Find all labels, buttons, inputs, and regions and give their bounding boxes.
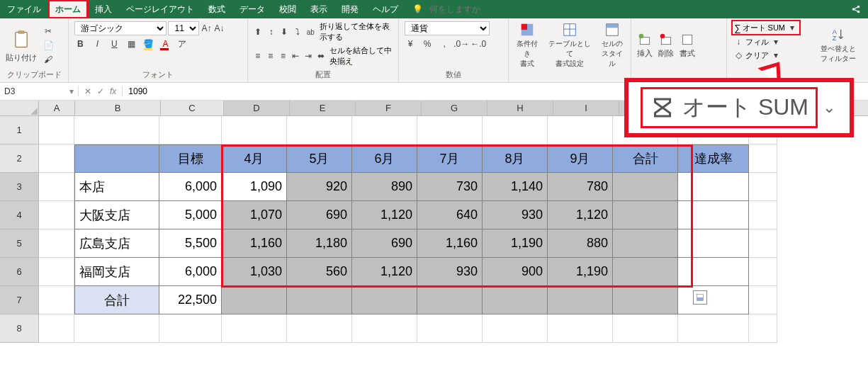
- hdr-rate[interactable]: 達成率: [678, 144, 749, 173]
- total-goal[interactable]: 22,500: [159, 286, 222, 314]
- col-header-D[interactable]: D: [224, 101, 290, 115]
- cell-data[interactable]: 880: [548, 229, 613, 258]
- col-header-B[interactable]: B: [75, 101, 161, 115]
- cell-B8[interactable]: [74, 314, 159, 343]
- cell-goal[interactable]: 6,000: [159, 258, 222, 286]
- hdr-month[interactable]: 4月: [222, 144, 287, 173]
- tab-page-layout[interactable]: ページレイアウト: [119, 0, 201, 18]
- cell-total-rate[interactable]: [678, 286, 749, 314]
- row-name[interactable]: 本店: [74, 173, 159, 201]
- cell-total-month[interactable]: [548, 286, 613, 314]
- cell-data[interactable]: 780: [548, 173, 613, 201]
- cell-data[interactable]: 1,030: [222, 258, 287, 286]
- cell-A2[interactable]: [39, 144, 74, 173]
- cell-data[interactable]: 1,120: [352, 201, 417, 229]
- cell-A7[interactable]: [39, 286, 74, 314]
- tab-developer[interactable]: 開発: [334, 0, 366, 18]
- tab-review[interactable]: 校閲: [272, 0, 303, 18]
- cell-data[interactable]: 1,180: [287, 229, 352, 258]
- cell-B2[interactable]: [74, 144, 159, 173]
- cell-data[interactable]: 890: [352, 173, 417, 201]
- hdr-month[interactable]: 5月: [287, 144, 352, 173]
- col-header-C[interactable]: C: [161, 101, 224, 115]
- cell-data[interactable]: 560: [287, 258, 352, 286]
- cell-C1[interactable]: [159, 116, 222, 144]
- fill-color-button[interactable]: 🪣: [142, 38, 154, 50]
- wrap-text-button[interactable]: ab: [306, 26, 315, 38]
- font-color-button[interactable]: A: [159, 38, 171, 50]
- merge-cells-button[interactable]: ⬌: [317, 50, 325, 62]
- tab-file[interactable]: ファイル: [0, 0, 48, 18]
- tab-formulas[interactable]: 数式: [201, 0, 232, 18]
- align-left-button[interactable]: ≡: [254, 50, 262, 62]
- cell-H8[interactable]: [483, 314, 548, 343]
- tab-help[interactable]: ヘルプ: [366, 0, 405, 18]
- row-header-2[interactable]: 2: [0, 144, 39, 173]
- row-name[interactable]: 福岡支店: [74, 258, 159, 286]
- cell-data[interactable]: 930: [417, 258, 483, 286]
- cell-data[interactable]: 900: [483, 258, 548, 286]
- cell-A5[interactable]: [39, 229, 74, 258]
- formula-input[interactable]: 1090: [123, 86, 153, 96]
- row-header-1[interactable]: 1: [0, 116, 39, 144]
- row-name[interactable]: 広島支店: [74, 229, 159, 258]
- cell-data[interactable]: 1,070: [222, 201, 287, 229]
- tab-view[interactable]: 表示: [303, 0, 334, 18]
- cell-J8[interactable]: [613, 314, 678, 343]
- row-name[interactable]: 大阪支店: [74, 201, 159, 229]
- decrease-decimal-button[interactable]: ←.0: [473, 38, 484, 50]
- increase-indent-button[interactable]: ⇥: [304, 50, 312, 62]
- cell-data[interactable]: 690: [352, 229, 417, 258]
- cell-total[interactable]: [613, 258, 678, 286]
- col-header-H[interactable]: H: [487, 101, 553, 115]
- tab-insert[interactable]: 挿入: [88, 0, 119, 18]
- hdr-total[interactable]: 合計: [613, 144, 678, 173]
- bold-button[interactable]: B: [74, 38, 86, 50]
- cell-E8[interactable]: [287, 314, 352, 343]
- cell-total[interactable]: [613, 173, 678, 201]
- share-button[interactable]: [844, 4, 868, 14]
- decrease-font-button[interactable]: A↓: [213, 23, 225, 34]
- tab-data[interactable]: データ: [232, 0, 272, 18]
- cell-total-month[interactable]: [222, 286, 287, 314]
- orientation-button[interactable]: ⤵: [293, 26, 303, 38]
- cell-data[interactable]: 1,160: [222, 229, 287, 258]
- insert-cells-button[interactable]: 挿入: [637, 33, 653, 59]
- hdr-goal[interactable]: 目標: [159, 144, 222, 173]
- cell-total-month[interactable]: [483, 286, 548, 314]
- decrease-indent-button[interactable]: ⇤: [291, 50, 300, 62]
- cut-button[interactable]: ✂: [43, 25, 54, 37]
- cell-data[interactable]: 730: [417, 173, 483, 201]
- font-size-select[interactable]: 11: [168, 21, 199, 35]
- cell-D8[interactable]: [222, 314, 287, 343]
- row-header-6[interactable]: 6: [0, 258, 39, 286]
- align-center-button[interactable]: ≡: [266, 50, 275, 62]
- italic-button[interactable]: I: [91, 38, 103, 50]
- cell-H1[interactable]: [483, 116, 548, 144]
- align-bottom-button[interactable]: ⬇: [280, 26, 289, 38]
- cell-total-month[interactable]: [287, 286, 352, 314]
- tell-me-input[interactable]: [428, 4, 537, 15]
- format-cells-button[interactable]: 書式: [680, 33, 695, 59]
- total-label[interactable]: 合計: [74, 286, 159, 314]
- tell-me[interactable]: 💡: [405, 0, 544, 18]
- font-name-select[interactable]: 游ゴシック: [74, 21, 167, 35]
- hdr-month[interactable]: 8月: [483, 144, 548, 173]
- cell-data[interactable]: 690: [287, 201, 352, 229]
- cell-A8[interactable]: [39, 314, 74, 343]
- increase-decimal-button[interactable]: .0→: [456, 38, 467, 50]
- tab-home[interactable]: ホーム: [48, 0, 88, 18]
- cell-styles-button[interactable]: セルの スタイル: [599, 22, 626, 69]
- cell-data[interactable]: 1,140: [483, 173, 548, 201]
- comma-button[interactable]: ,: [439, 38, 450, 50]
- cell-data[interactable]: 930: [483, 201, 548, 229]
- cell-M5[interactable]: [749, 229, 777, 258]
- cell-goal[interactable]: 6,000: [159, 173, 222, 201]
- fx-button[interactable]: fx: [110, 86, 116, 96]
- cell-goal[interactable]: 5,000: [159, 201, 222, 229]
- cell-I1[interactable]: [548, 116, 613, 144]
- cell-data[interactable]: 1,120: [352, 258, 417, 286]
- cell-rate[interactable]: [678, 258, 749, 286]
- delete-cells-button[interactable]: 削除: [658, 33, 674, 59]
- border-button[interactable]: ▦: [125, 38, 137, 50]
